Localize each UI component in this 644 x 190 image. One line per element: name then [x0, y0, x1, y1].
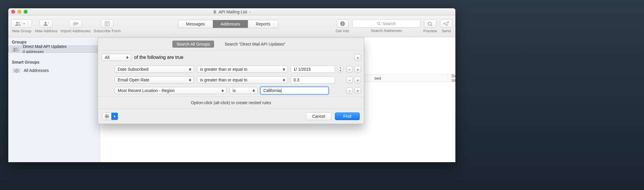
at-download-icon: @ [72, 21, 79, 26]
send-button[interactable] [440, 20, 452, 28]
find-sheet: Search All Groups Search “Direct Mail AP… [98, 38, 364, 124]
tab-messages[interactable]: Messages [178, 20, 213, 28]
search-input[interactable]: Search [352, 20, 420, 28]
svg-text:i: i [342, 22, 343, 26]
remove-rule-button[interactable]: － [346, 87, 353, 94]
search-icon [377, 22, 381, 25]
chevron-down-icon: ▼ [111, 113, 118, 120]
toolbar-label: New Group [12, 29, 31, 33]
rule-row: Email Open Rate is greater than or equal… [102, 75, 361, 85]
rule-field-select[interactable]: Date Subscribed [115, 66, 194, 73]
person-add-icon: + [43, 21, 49, 26]
add-rule-group-button[interactable]: ＋ [354, 54, 361, 61]
import-addresses-button[interactable]: @ [69, 20, 82, 28]
toolbar-subscribe-form: Subscribe Form [94, 20, 121, 33]
svg-point-21 [16, 70, 17, 71]
nested-rules-hint: Option-click (alt-click) to create neste… [98, 97, 364, 109]
new-address-button[interactable]: + [40, 20, 53, 28]
toolbar-preview: Preview [423, 20, 437, 33]
rule-value-date[interactable]: 1/ 1/2015 [291, 66, 335, 73]
svg-line-30 [108, 115, 108, 115]
toolbar: + ▾ New Group + New Address @ Import Add… [8, 15, 455, 37]
svg-line-15 [431, 25, 432, 26]
tab-reports[interactable]: Reports [248, 20, 278, 28]
minimize-window-button[interactable] [17, 10, 21, 14]
sidebar-item-group[interactable]: Direct Mail API Updates 0 addresses [8, 46, 100, 53]
toolbar-label: Send [442, 29, 451, 33]
scope-bar: Search All Groups Search “Direct Mail AP… [98, 38, 364, 50]
svg-point-12 [378, 22, 380, 25]
group-count: 0 addresses [23, 49, 67, 54]
chevron-down-icon: ⌵ [249, 10, 251, 14]
toolbar-label: Import Addresses [61, 29, 91, 33]
rule-operator-select[interactable]: is greater than or equal to [197, 76, 288, 83]
sidebar-header-smart-groups: Smart Groups [8, 57, 100, 66]
svg-line-29 [105, 117, 106, 118]
svg-point-14 [428, 22, 431, 25]
match-qualifier-select[interactable]: All [102, 54, 131, 61]
close-window-button[interactable] [11, 10, 15, 14]
preview-button[interactable] [424, 20, 436, 28]
svg-point-0 [16, 22, 18, 24]
find-button[interactable]: Find [335, 112, 360, 120]
toolbar-send: Send [440, 20, 452, 33]
zoom-window-button[interactable] [24, 10, 28, 14]
add-rule-button[interactable]: ＋ [354, 77, 361, 83]
date-stepper[interactable]: ▲▼ [338, 66, 343, 73]
toolbar-search: Search Search Addresses [352, 20, 420, 33]
svg-point-22 [106, 116, 108, 117]
smart-group-icon [12, 67, 21, 73]
svg-point-3 [45, 22, 46, 23]
group-name: Direct Mail API Updates [23, 44, 67, 49]
scope-all-groups[interactable]: Search All Groups [172, 41, 214, 48]
rule-value-text[interactable]: California [261, 87, 328, 94]
svg-point-17 [14, 48, 15, 50]
rules-options-menu[interactable]: ▼ [102, 112, 118, 120]
window-title-text: API Mailing List [219, 9, 247, 14]
svg-text:+: + [48, 21, 49, 24]
get-info-button[interactable]: i [337, 20, 349, 28]
toolbar-get-info: i Get Info [336, 20, 349, 33]
remove-rule-button[interactable]: － [346, 77, 353, 83]
svg-line-27 [105, 115, 106, 115]
magnify-icon [427, 21, 433, 26]
match-tail-text: of the following are true [134, 55, 183, 60]
paper-plane-icon [443, 21, 449, 26]
document-icon [213, 10, 217, 14]
remove-rule-button[interactable]: － [346, 66, 353, 73]
toolbar-label: Get Info [336, 29, 349, 33]
rule-operator-select[interactable]: is [229, 87, 258, 94]
cancel-button[interactable]: Cancel [306, 112, 331, 120]
rule-value-number[interactable]: 0.3 [291, 76, 335, 83]
add-rule-button[interactable]: ＋ [354, 66, 361, 73]
toolbar-label: Search Addresses [371, 28, 402, 33]
rule-row: Most Recent Location - Region is Califor… [102, 85, 361, 96]
sidebar-item-all-addresses[interactable]: All Addresses [8, 66, 100, 75]
window-controls [11, 10, 28, 14]
view-segmented-control: Messages Addresses Reports [178, 20, 278, 28]
titlebar: API Mailing List ⌵ [8, 8, 455, 15]
rule-operator-select[interactable]: is greater than or equal to [197, 66, 288, 73]
scope-current-group[interactable]: Search “Direct Mail API Updates” [221, 41, 290, 48]
tab-addresses[interactable]: Addresses [213, 20, 248, 28]
toolbar-new-group: + ▾ New Group [11, 20, 32, 33]
rule-field-select[interactable]: Email Open Rate [115, 76, 194, 83]
svg-point-1 [18, 22, 20, 24]
toolbar-label: Subscribe Form [94, 29, 121, 33]
rule-field-select[interactable]: Most Recent Location - Region [115, 87, 227, 94]
svg-text:@: @ [73, 21, 77, 26]
column-date-subscribed[interactable]: bed [371, 75, 448, 82]
toolbar-label: New Address [35, 29, 58, 33]
svg-line-13 [380, 24, 380, 25]
group-add-icon: + [15, 21, 22, 26]
info-icon: i [340, 21, 345, 26]
chevron-down-icon: ▾ [23, 22, 25, 25]
add-rule-button[interactable]: ＋ [354, 87, 361, 94]
subscribe-form-button[interactable] [101, 20, 113, 28]
svg-line-28 [108, 117, 108, 118]
column-date-unsubscribed[interactable]: Date Unsubscribed [448, 75, 455, 82]
window-title[interactable]: API Mailing List ⌵ [213, 9, 251, 14]
toolbar-new-address: + New Address [35, 20, 58, 33]
new-group-button[interactable]: + ▾ [11, 20, 32, 28]
chevron-up-icon: ▲ [338, 66, 343, 70]
